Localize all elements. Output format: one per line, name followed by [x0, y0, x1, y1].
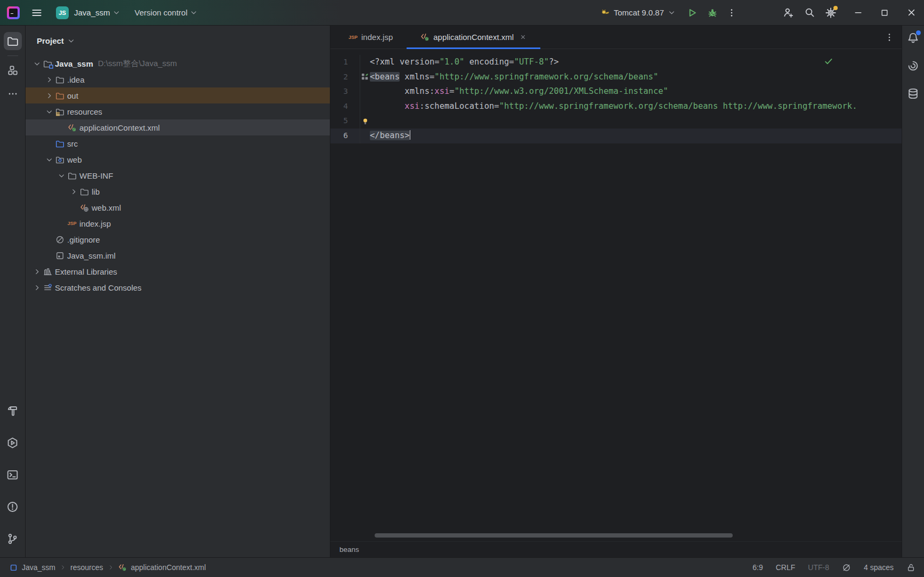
more-actions-button[interactable]: [724, 5, 740, 21]
code-with-me-button[interactable]: [780, 5, 796, 21]
status-breadcrumbs[interactable]: Java_ssm resources applicationContext.xm…: [10, 563, 206, 572]
crumb-resources[interactable]: resources: [70, 563, 103, 572]
project-selector[interactable]: Java_ssm: [74, 8, 120, 17]
notifications-button[interactable]: [905, 30, 921, 46]
close-button[interactable]: [904, 5, 919, 20]
project-panel-header[interactable]: Project: [26, 26, 330, 55]
tab-options-button[interactable]: [885, 33, 894, 42]
tree-item-src[interactable]: src: [26, 135, 330, 151]
tree-item-index-jsp[interactable]: JSP index.jsp: [26, 215, 330, 231]
spring-bean-gutter-icon[interactable]: [361, 73, 369, 81]
file-encoding[interactable]: UTF-8: [808, 563, 829, 572]
close-tab-icon[interactable]: [520, 34, 526, 41]
main-menu-button[interactable]: [29, 5, 45, 21]
spring-xml-file-icon: [420, 33, 429, 42]
database-button[interactable]: [905, 85, 921, 101]
tab-label: applicationContext.xml: [433, 33, 514, 42]
terminal-tool-button[interactable]: [4, 466, 22, 484]
jsp-file-icon: JSP: [348, 35, 358, 40]
chevron-right-icon[interactable]: [32, 267, 42, 276]
crumb-project[interactable]: Java_ssm: [22, 563, 55, 572]
project-avatar: JS: [56, 6, 69, 19]
tree-item-web-inf[interactable]: WEB-INF: [26, 167, 330, 183]
tree-item-web-xml[interactable]: web.xml: [26, 199, 330, 215]
inspections-ok-widget[interactable]: [824, 57, 833, 66]
chevron-down-icon[interactable]: [32, 59, 42, 68]
vcs-label: Version control: [135, 8, 188, 17]
tree-item-idea[interactable]: .idea: [26, 71, 330, 87]
ide-window: JS Java_ssm Version control Tomcat 9.0.8…: [0, 0, 924, 577]
project-tool-button[interactable]: [4, 32, 22, 50]
unlocked-icon[interactable]: [906, 563, 915, 572]
module-icon: [10, 564, 18, 572]
services-icon: [6, 437, 19, 449]
line-number: 4: [330, 99, 360, 114]
problems-icon: [6, 501, 19, 513]
more-tools-button[interactable]: [4, 85, 22, 103]
sources-folder-icon: [54, 139, 66, 148]
tab-application-context-xml[interactable]: applicationContext.xml: [407, 26, 540, 49]
ignored-file-icon: [54, 235, 66, 244]
debug-button[interactable]: [704, 5, 720, 21]
indent-config[interactable]: 4 spaces: [864, 563, 894, 572]
chevron-right-icon[interactable]: [69, 187, 78, 196]
tree-item-resources[interactable]: resources: [26, 103, 330, 119]
chevron-down-icon[interactable]: [44, 155, 54, 164]
chevron-right-icon[interactable]: [44, 75, 54, 84]
tree-item-external-libraries[interactable]: External Libraries: [26, 263, 330, 279]
ai-assistant-button[interactable]: [905, 58, 921, 74]
notification-badge: [916, 30, 921, 35]
run-configuration-selector[interactable]: Tomcat 9.0.87: [601, 8, 676, 18]
chevron-right-icon[interactable]: [32, 283, 42, 292]
left-tool-strip: [0, 26, 26, 557]
maximize-button[interactable]: [877, 5, 892, 20]
intention-bulb-icon[interactable]: [361, 117, 369, 125]
crumb-file[interactable]: applicationContext.xml: [131, 563, 206, 572]
chevron-spacer: [44, 251, 54, 260]
line-ending[interactable]: CRLF: [776, 563, 796, 572]
folder-icon: [7, 35, 19, 47]
project-name: Java_ssm: [74, 8, 110, 17]
chevron-spacer: [56, 219, 66, 228]
vcs-widget[interactable]: Version control: [135, 8, 198, 17]
tree-item-application-context-xml[interactable]: applicationContext.xml: [26, 119, 330, 135]
structure-tool-button[interactable]: [4, 61, 22, 79]
chevron-right-icon: [108, 564, 114, 571]
problems-tool-button[interactable]: [4, 498, 22, 516]
tab-index-jsp[interactable]: JSP index.jsp: [335, 26, 407, 49]
caret-position[interactable]: 6:9: [752, 563, 763, 572]
tree-item-out[interactable]: out: [26, 87, 330, 103]
ai-swirl-icon: [907, 60, 919, 72]
tree-item-java-ssm-iml[interactable]: Java_ssm.iml: [26, 247, 330, 263]
chevron-down-icon[interactable]: [56, 171, 66, 180]
code-editor[interactable]: 1 <?xml version="1.0" encoding="UTF-8"?>…: [330, 49, 902, 541]
run-button[interactable]: [684, 5, 700, 21]
code-line: 2 <beans xmlns="http://www.springframewo…: [330, 70, 902, 85]
minimize-button[interactable]: [850, 5, 865, 20]
tree-item-gitignore[interactable]: .gitignore: [26, 231, 330, 247]
hammer-icon: [6, 405, 19, 417]
git-tool-button[interactable]: [4, 530, 22, 548]
project-panel-title: Project: [37, 36, 64, 45]
chevron-down-icon[interactable]: [44, 107, 54, 116]
editor-tab-bar: JSP index.jsp applicationContext.xml: [330, 26, 902, 49]
highlighting-level-icon[interactable]: [842, 563, 851, 572]
services-tool-button[interactable]: [4, 434, 22, 452]
right-tool-strip: [902, 26, 924, 557]
breadcrumb-beans[interactable]: beans: [339, 546, 359, 554]
search-everywhere-button[interactable]: [801, 5, 817, 21]
tree-item-java-ssm-root[interactable]: Java_ssm D:\ssm整合\Java_ssm: [26, 55, 330, 71]
code-line: 1 <?xml version="1.0" encoding="UTF-8"?>: [330, 55, 902, 70]
tree-item-scratches[interactable]: Scratches and Consoles: [26, 279, 330, 295]
tree-item-lib[interactable]: lib: [26, 183, 330, 199]
web-folder-icon: [54, 155, 66, 164]
settings-button[interactable]: [823, 5, 839, 21]
build-tool-button[interactable]: [4, 402, 22, 420]
chevron-right-icon: [60, 564, 66, 571]
minimize-icon: [854, 8, 863, 17]
line-number: 1: [330, 55, 360, 70]
horizontal-scrollbar[interactable]: [375, 533, 733, 538]
folder-icon: [66, 171, 78, 180]
tree-item-web[interactable]: web: [26, 151, 330, 167]
chevron-right-icon[interactable]: [44, 91, 54, 100]
